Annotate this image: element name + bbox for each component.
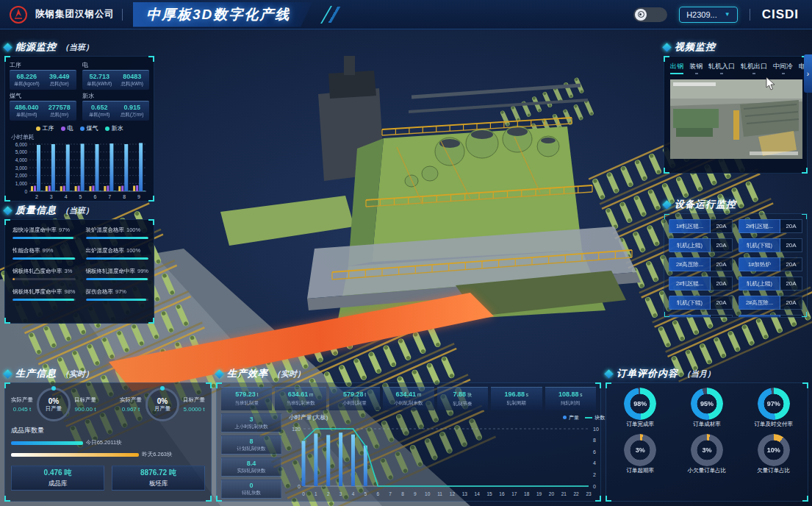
equipment-panel-title: 设备运行监控 (675, 198, 736, 211)
equipment-cell[interactable]: 1#加热炉20A (739, 315, 802, 318)
quality-item: 钢板终轧厚度命中率98% (12, 288, 76, 301)
camera-tab-1[interactable]: 出钢 (670, 62, 683, 74)
quality-item-percent: 97% (115, 288, 126, 295)
energy-card-unit: 单耗(m³/t) (83, 112, 116, 118)
energy-card-value: 277578 (43, 104, 76, 111)
header-divider (122, 9, 123, 21)
gauge-center-label: 月产量 (154, 405, 171, 413)
quality-item-name: 探伤合格率 (86, 288, 114, 296)
svg-text:6: 6 (93, 194, 96, 199)
corner-bracket (206, 496, 212, 502)
panel-collapse-handle[interactable]: › (804, 54, 812, 93)
camera-tab-2[interactable]: 装钢 (689, 62, 703, 74)
corner-bracket (4, 196, 10, 202)
diamond-icon (3, 206, 12, 215)
energy-chart-legend: 工序电煤气新水 (10, 124, 149, 132)
equipment-cell[interactable]: 轧机(上辊)20A (669, 238, 733, 252)
energy-card-name: 新水 (82, 92, 149, 100)
equipment-cell[interactable]: 2#轧区辊...20A (669, 277, 733, 291)
equipment-cell[interactable]: 1#轧区辊...20A (669, 219, 733, 233)
donut-label: 订单成材率 (691, 421, 723, 428)
equipment-label: 1#加热炉 (739, 257, 780, 271)
svg-text:4,000: 4,000 (15, 157, 28, 163)
video-monitor-panel: 视频监控 出钢装钢轧机入口轧机出口中间冷电动辊 (664, 40, 808, 174)
efficiency-metric-card: 634.61 m当班轧制米数 (275, 387, 326, 410)
svg-text:12: 12 (450, 491, 456, 496)
camera-tab-5[interactable]: 中间冷 (773, 62, 793, 74)
corner-bracket (148, 219, 154, 225)
quality-item-percent: 99% (43, 247, 54, 254)
side-card-value: 3 (222, 416, 281, 423)
equipment-cell[interactable]: 1#加热炉20A (739, 257, 802, 271)
corner-bracket (664, 312, 669, 318)
energy-legend-item: 新水 (105, 124, 123, 132)
camera-tab-4[interactable]: 轧机出口 (741, 62, 767, 74)
equipment-cell[interactable]: 2#高压除...20A (739, 296, 802, 310)
quality-item: 性能合格率99% (12, 247, 76, 260)
inventory-bar-label: 今日65.2011块 (86, 439, 122, 446)
energy-card-value: 39.449 (43, 73, 76, 80)
quality-item: 探伤合格率97% (86, 288, 149, 301)
equipment-cell[interactable]: 轧机(上辊)20A (739, 277, 802, 291)
side-card-value: 0 (222, 482, 281, 489)
energy-chart-title: 小时单耗 (11, 133, 149, 141)
svg-text:6: 6 (376, 491, 379, 496)
energy-card-name: 煤气 (10, 92, 76, 100)
panel-header: 设备运行监控 (664, 197, 808, 212)
device-selector-dropdown[interactable]: H2309... ▼ (679, 7, 738, 23)
svg-text:8: 8 (123, 194, 126, 199)
metric-value: 7.88 块 (438, 391, 487, 399)
actual-output-label: 实际产量 (11, 396, 33, 404)
equipment-grid: 1#轧区辊...20A2#轧区辊...20A轧机(上辊)20A轧机(下辊)20A… (669, 219, 802, 318)
legend-dot (105, 126, 109, 131)
svg-text:6: 6 (593, 449, 596, 455)
side-card-label: 待轧块数 (222, 490, 281, 496)
quality-item-percent: 98% (65, 288, 76, 295)
energy-legend-item: 煤气 (80, 124, 98, 132)
corner-bracket (148, 56, 154, 62)
visibility-toggle[interactable] (633, 7, 667, 22)
camera-tab-3[interactable]: 轧机入口 (708, 62, 735, 74)
equipment-cell[interactable]: 轧机(立辊)20A (669, 315, 733, 318)
efficiency-metric-card: 634.41 m小时轧制米数 (383, 387, 434, 410)
energy-card-unit: 总耗(kWh) (116, 81, 149, 88)
svg-text:5,000: 5,000 (15, 149, 28, 154)
efficiency-metric-card: 108.88 s纯轧时间 (545, 387, 596, 410)
equipment-cell[interactable]: 轧机(下辊)20A (739, 238, 802, 252)
efficiency-metric-card: 579.28 t小时轧制量 (329, 387, 380, 410)
corner-bracket (802, 168, 808, 174)
inventory-bar (11, 441, 83, 445)
donut-center: 97% (754, 397, 793, 410)
camera-feed-thumbnail[interactable] (670, 79, 802, 159)
diamond-icon (604, 369, 614, 379)
metric-label: 当班轧制量 (222, 400, 271, 407)
svg-text:1,000: 1,000 (15, 181, 28, 186)
metric-unit: s (525, 392, 528, 397)
corner-bracket (4, 382, 10, 388)
inventory-bar-label: 昨天6.263块 (142, 451, 172, 458)
hour-legend-item: 块数 (585, 414, 605, 421)
production-gauges: 实际产量0.045 t0%日产量目标产量900.00 t实际产量0.967 t0… (10, 386, 206, 424)
metric-unit: m (308, 392, 313, 397)
target-output-label: 目标产量 (74, 396, 96, 404)
efficiency-metric-cards: 579.23 t当班轧制量634.61 m当班轧制米数579.28 t小时轧制量… (220, 386, 597, 413)
svg-text:0: 0 (298, 484, 301, 489)
gauge-ring: 0%日产量 (37, 388, 71, 421)
efficiency-side-card: 3上小时轧制块数 (221, 413, 281, 432)
donut-label: 订单完成率 (624, 421, 656, 428)
equipment-cell[interactable]: 2#轧区辊...20A (739, 219, 802, 233)
donut-value: 10% (767, 446, 780, 454)
svg-text:0: 0 (302, 491, 305, 496)
equipment-cell[interactable]: 2#高压除...20A (669, 257, 733, 271)
equipment-cell[interactable]: 轧机(下辊)20A (669, 296, 733, 310)
efficiency-panel-suffix: （实时） (273, 368, 305, 380)
svg-text:4: 4 (352, 491, 355, 496)
quality-item-percent: 100% (126, 227, 140, 233)
quality-progress-fill (12, 237, 73, 239)
corner-bracket (4, 496, 10, 502)
corner-bracket (148, 196, 154, 202)
metric-value: 634.41 m (384, 391, 433, 398)
svg-text:7: 7 (108, 194, 111, 199)
metric-value: 634.61 m (276, 391, 325, 398)
donut-value: 3% (636, 446, 645, 454)
